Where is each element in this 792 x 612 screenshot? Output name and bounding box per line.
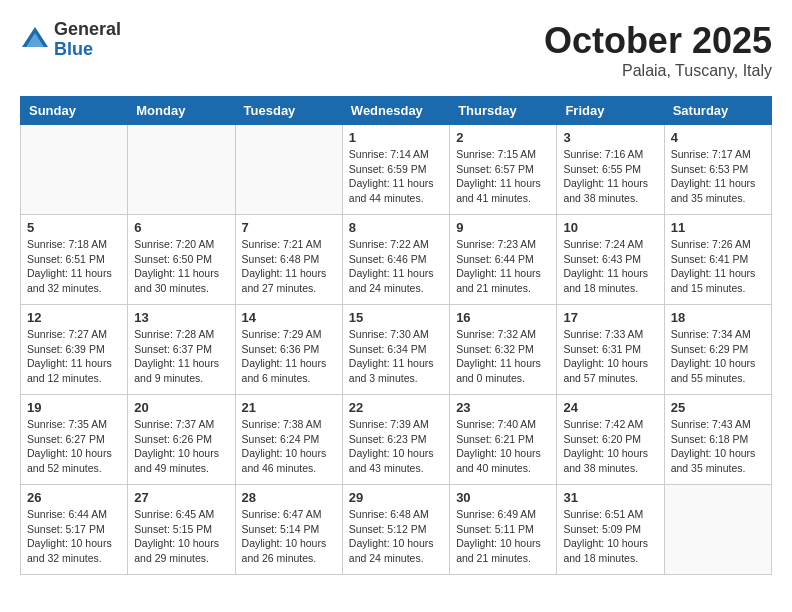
day-number: 3 (563, 130, 657, 145)
calendar-cell: 30Sunrise: 6:49 AM Sunset: 5:11 PM Dayli… (450, 485, 557, 575)
day-info: Sunrise: 6:47 AM Sunset: 5:14 PM Dayligh… (242, 507, 336, 566)
calendar-cell (664, 485, 771, 575)
calendar-cell: 24Sunrise: 7:42 AM Sunset: 6:20 PM Dayli… (557, 395, 664, 485)
calendar-cell: 13Sunrise: 7:28 AM Sunset: 6:37 PM Dayli… (128, 305, 235, 395)
day-number: 17 (563, 310, 657, 325)
calendar-cell: 11Sunrise: 7:26 AM Sunset: 6:41 PM Dayli… (664, 215, 771, 305)
day-info: Sunrise: 7:21 AM Sunset: 6:48 PM Dayligh… (242, 237, 336, 296)
day-info: Sunrise: 7:18 AM Sunset: 6:51 PM Dayligh… (27, 237, 121, 296)
day-info: Sunrise: 6:45 AM Sunset: 5:15 PM Dayligh… (134, 507, 228, 566)
month-title: October 2025 (544, 20, 772, 62)
calendar-cell: 22Sunrise: 7:39 AM Sunset: 6:23 PM Dayli… (342, 395, 449, 485)
day-number: 31 (563, 490, 657, 505)
day-info: Sunrise: 7:20 AM Sunset: 6:50 PM Dayligh… (134, 237, 228, 296)
weekday-header-row: SundayMondayTuesdayWednesdayThursdayFrid… (21, 97, 772, 125)
day-info: Sunrise: 7:30 AM Sunset: 6:34 PM Dayligh… (349, 327, 443, 386)
calendar-cell (235, 125, 342, 215)
logo-icon (20, 25, 50, 55)
calendar-cell: 7Sunrise: 7:21 AM Sunset: 6:48 PM Daylig… (235, 215, 342, 305)
week-row-4: 19Sunrise: 7:35 AM Sunset: 6:27 PM Dayli… (21, 395, 772, 485)
logo-general: General (54, 20, 121, 40)
day-number: 8 (349, 220, 443, 235)
calendar-cell (128, 125, 235, 215)
logo: General Blue (20, 20, 121, 60)
calendar-cell: 19Sunrise: 7:35 AM Sunset: 6:27 PM Dayli… (21, 395, 128, 485)
calendar-cell: 1Sunrise: 7:14 AM Sunset: 6:59 PM Daylig… (342, 125, 449, 215)
location: Palaia, Tuscany, Italy (544, 62, 772, 80)
day-number: 26 (27, 490, 121, 505)
calendar-cell: 27Sunrise: 6:45 AM Sunset: 5:15 PM Dayli… (128, 485, 235, 575)
calendar-cell: 21Sunrise: 7:38 AM Sunset: 6:24 PM Dayli… (235, 395, 342, 485)
day-info: Sunrise: 7:24 AM Sunset: 6:43 PM Dayligh… (563, 237, 657, 296)
calendar-cell: 18Sunrise: 7:34 AM Sunset: 6:29 PM Dayli… (664, 305, 771, 395)
day-number: 9 (456, 220, 550, 235)
week-row-1: 1Sunrise: 7:14 AM Sunset: 6:59 PM Daylig… (21, 125, 772, 215)
day-number: 7 (242, 220, 336, 235)
day-number: 28 (242, 490, 336, 505)
logo-blue-text: Blue (54, 40, 121, 60)
day-number: 10 (563, 220, 657, 235)
week-row-3: 12Sunrise: 7:27 AM Sunset: 6:39 PM Dayli… (21, 305, 772, 395)
calendar-cell: 29Sunrise: 6:48 AM Sunset: 5:12 PM Dayli… (342, 485, 449, 575)
calendar-cell: 2Sunrise: 7:15 AM Sunset: 6:57 PM Daylig… (450, 125, 557, 215)
day-number: 4 (671, 130, 765, 145)
day-number: 25 (671, 400, 765, 415)
day-number: 6 (134, 220, 228, 235)
day-number: 24 (563, 400, 657, 415)
calendar-cell: 6Sunrise: 7:20 AM Sunset: 6:50 PM Daylig… (128, 215, 235, 305)
calendar-cell: 14Sunrise: 7:29 AM Sunset: 6:36 PM Dayli… (235, 305, 342, 395)
day-info: Sunrise: 6:49 AM Sunset: 5:11 PM Dayligh… (456, 507, 550, 566)
day-number: 18 (671, 310, 765, 325)
day-number: 20 (134, 400, 228, 415)
day-info: Sunrise: 7:26 AM Sunset: 6:41 PM Dayligh… (671, 237, 765, 296)
day-number: 22 (349, 400, 443, 415)
calendar-cell: 15Sunrise: 7:30 AM Sunset: 6:34 PM Dayli… (342, 305, 449, 395)
day-number: 11 (671, 220, 765, 235)
weekday-header-saturday: Saturday (664, 97, 771, 125)
day-info: Sunrise: 7:33 AM Sunset: 6:31 PM Dayligh… (563, 327, 657, 386)
calendar-cell: 23Sunrise: 7:40 AM Sunset: 6:21 PM Dayli… (450, 395, 557, 485)
calendar-cell: 5Sunrise: 7:18 AM Sunset: 6:51 PM Daylig… (21, 215, 128, 305)
weekday-header-monday: Monday (128, 97, 235, 125)
day-number: 15 (349, 310, 443, 325)
day-info: Sunrise: 7:23 AM Sunset: 6:44 PM Dayligh… (456, 237, 550, 296)
calendar-cell: 31Sunrise: 6:51 AM Sunset: 5:09 PM Dayli… (557, 485, 664, 575)
day-number: 29 (349, 490, 443, 505)
day-info: Sunrise: 7:39 AM Sunset: 6:23 PM Dayligh… (349, 417, 443, 476)
day-info: Sunrise: 7:15 AM Sunset: 6:57 PM Dayligh… (456, 147, 550, 206)
day-number: 13 (134, 310, 228, 325)
calendar-cell: 28Sunrise: 6:47 AM Sunset: 5:14 PM Dayli… (235, 485, 342, 575)
day-info: Sunrise: 7:35 AM Sunset: 6:27 PM Dayligh… (27, 417, 121, 476)
calendar-cell: 16Sunrise: 7:32 AM Sunset: 6:32 PM Dayli… (450, 305, 557, 395)
day-number: 21 (242, 400, 336, 415)
day-number: 5 (27, 220, 121, 235)
day-number: 12 (27, 310, 121, 325)
day-info: Sunrise: 6:48 AM Sunset: 5:12 PM Dayligh… (349, 507, 443, 566)
weekday-header-friday: Friday (557, 97, 664, 125)
day-info: Sunrise: 7:27 AM Sunset: 6:39 PM Dayligh… (27, 327, 121, 386)
weekday-header-sunday: Sunday (21, 97, 128, 125)
calendar-cell: 12Sunrise: 7:27 AM Sunset: 6:39 PM Dayli… (21, 305, 128, 395)
day-number: 16 (456, 310, 550, 325)
day-info: Sunrise: 7:22 AM Sunset: 6:46 PM Dayligh… (349, 237, 443, 296)
day-number: 19 (27, 400, 121, 415)
calendar-cell: 9Sunrise: 7:23 AM Sunset: 6:44 PM Daylig… (450, 215, 557, 305)
calendar-cell: 20Sunrise: 7:37 AM Sunset: 6:26 PM Dayli… (128, 395, 235, 485)
day-info: Sunrise: 7:43 AM Sunset: 6:18 PM Dayligh… (671, 417, 765, 476)
day-number: 30 (456, 490, 550, 505)
day-info: Sunrise: 7:16 AM Sunset: 6:55 PM Dayligh… (563, 147, 657, 206)
day-info: Sunrise: 7:28 AM Sunset: 6:37 PM Dayligh… (134, 327, 228, 386)
week-row-5: 26Sunrise: 6:44 AM Sunset: 5:17 PM Dayli… (21, 485, 772, 575)
day-info: Sunrise: 7:29 AM Sunset: 6:36 PM Dayligh… (242, 327, 336, 386)
day-number: 2 (456, 130, 550, 145)
title-block: October 2025 Palaia, Tuscany, Italy (544, 20, 772, 80)
day-info: Sunrise: 7:37 AM Sunset: 6:26 PM Dayligh… (134, 417, 228, 476)
calendar-cell: 17Sunrise: 7:33 AM Sunset: 6:31 PM Dayli… (557, 305, 664, 395)
calendar-cell: 3Sunrise: 7:16 AM Sunset: 6:55 PM Daylig… (557, 125, 664, 215)
weekday-header-wednesday: Wednesday (342, 97, 449, 125)
day-number: 23 (456, 400, 550, 415)
day-info: Sunrise: 6:44 AM Sunset: 5:17 PM Dayligh… (27, 507, 121, 566)
day-info: Sunrise: 7:42 AM Sunset: 6:20 PM Dayligh… (563, 417, 657, 476)
calendar-table: SundayMondayTuesdayWednesdayThursdayFrid… (20, 96, 772, 575)
day-info: Sunrise: 7:14 AM Sunset: 6:59 PM Dayligh… (349, 147, 443, 206)
